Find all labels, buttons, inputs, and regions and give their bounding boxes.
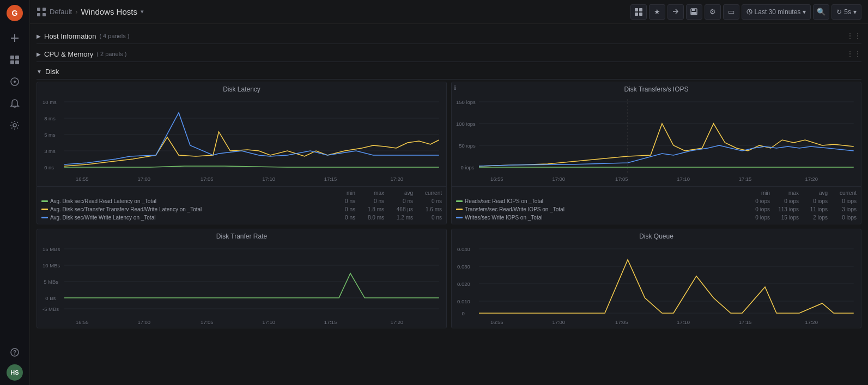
legend-row-read: Avg. Disk sec/Read Read Latency on _Tota…	[41, 197, 442, 205]
sidebar-item-add[interactable]	[5, 28, 25, 48]
svg-rect-7	[15, 60, 19, 64]
svg-text:17:00: 17:00	[552, 320, 565, 325]
section-cpu-memory[interactable]: ▶ CPU & Memory ( 2 panels ) ⋮⋮	[37, 46, 861, 62]
legend-min-transfer: 0 ns	[331, 206, 355, 212]
svg-rect-17	[635, 8, 638, 11]
breadcrumb: Default › Windows Hosts ▾	[37, 7, 626, 17]
svg-point-9	[14, 81, 16, 83]
sidebar-item-settings[interactable]	[5, 115, 25, 135]
sidebar-item-dashboard[interactable]	[5, 50, 25, 70]
svg-rect-19	[635, 13, 638, 16]
section-disk[interactable]: ▼ Disk	[37, 64, 861, 80]
svg-text:17:05: 17:05	[201, 176, 214, 182]
svg-text:17:15: 17:15	[739, 176, 752, 182]
disk-transfers-legend: min max avg current Reads/sec Read IOPS …	[452, 186, 861, 224]
dropdown-chevron-icon[interactable]: ▾	[141, 8, 144, 15]
legend-avg-read: 0 ns	[389, 198, 413, 204]
svg-text:G: G	[12, 9, 18, 17]
panel-disk-queue: Disk Queue 0.040 0.030 0.020 0.010	[451, 229, 861, 328]
svg-text:0 ns: 0 ns	[44, 165, 54, 170]
iops-avg-reads: 0 iops	[803, 198, 828, 204]
svg-text:0: 0	[462, 311, 465, 316]
iops-min-reads: 0 iops	[745, 198, 770, 204]
sidebar-item-help[interactable]: ?	[5, 343, 25, 362]
panel-disk-transfers-title: Disk Transfers/s IOPS	[452, 82, 861, 94]
disk-latency-chart: 10 ms 8 ms 5 ms 3 ms 0 ns 16:55 17:00 17…	[37, 94, 446, 186]
share-button[interactable]	[667, 4, 684, 20]
disk-transfer-rate-svg: 15 MBs 10 MBs 5 MBs 0 Bs -5 MBs 16:55 17…	[41, 243, 442, 328]
iops-cur-trans: 3 iops	[832, 206, 857, 212]
legend-color-transfers-iops	[456, 209, 463, 210]
section-host-info-sub: ( 4 panels )	[99, 33, 129, 39]
svg-text:17:15: 17:15	[324, 176, 337, 182]
user-avatar[interactable]: HS	[7, 364, 23, 381]
tv-button[interactable]: ▭	[723, 4, 739, 20]
legend-label-write: Avg. Disk sec/Write Write Latency on _To…	[50, 215, 329, 221]
legend-max-transfer: 1.8 ms	[360, 206, 384, 212]
legend-stats-writes-iops: 0 iops 15 iops 2 iops 0 iops	[745, 215, 857, 221]
legend-stats-reads-iops: 0 iops 0 iops 0 iops 0 iops	[745, 198, 857, 204]
breadcrumb-default[interactable]: Default	[50, 8, 72, 16]
disk-transfers-svg: 150 iops 100 iops 50 iops 0 iops 16:55 1…	[456, 96, 857, 186]
main-content: Default › Windows Hosts ▾ ★	[30, 0, 868, 385]
svg-text:16:55: 16:55	[76, 320, 89, 325]
svg-point-10	[13, 124, 16, 127]
disk-transfer-rate-chart: 15 MBs 10 MBs 5 MBs 0 Bs -5 MBs 16:55 17…	[37, 241, 446, 328]
section-disk-title: Disk	[45, 68, 59, 76]
svg-text:17:20: 17:20	[805, 176, 818, 182]
svg-text:5 MBs: 5 MBs	[44, 279, 58, 285]
svg-rect-13	[37, 8, 40, 11]
save-button[interactable]	[686, 4, 702, 20]
section-cpu-tools[interactable]: ⋮⋮	[846, 50, 861, 58]
legend-max-write: 8.0 ms	[360, 215, 384, 221]
disk-latency-legend: min max avg current Avg. Disk sec/Read R…	[37, 186, 446, 224]
disk-queue-chart: 0.040 0.030 0.020 0.010 0 16:55 17:00 17…	[452, 241, 861, 328]
legend-color-transfer	[41, 209, 48, 210]
svg-text:17:20: 17:20	[805, 320, 818, 325]
svg-text:-5 MBs: -5 MBs	[43, 307, 59, 312]
svg-text:17:05: 17:05	[615, 176, 628, 182]
svg-rect-16	[43, 13, 46, 16]
legend-hdr-max: max	[774, 190, 799, 196]
section-host-info[interactable]: ▶ Host Information ( 4 panels ) ⋮⋮	[37, 28, 861, 44]
refresh-icon: ↻	[836, 8, 842, 16]
breadcrumb-separator: ›	[75, 8, 77, 16]
refresh-button[interactable]: ↻ 5s ▾	[831, 4, 861, 20]
disk-transfers-chart: 150 iops 100 iops 50 iops 0 iops 16:55 1…	[452, 94, 861, 186]
legend-hdr-min: min	[745, 190, 770, 196]
legend-header-current: current	[417, 190, 442, 196]
svg-text:17:00: 17:00	[137, 320, 150, 325]
layout-button[interactable]	[630, 4, 647, 20]
legend-header-min: min	[331, 190, 355, 196]
svg-rect-18	[639, 8, 642, 11]
section-host-info-title: Host Information	[44, 32, 96, 40]
legend-avg-write: 1.2 ms	[389, 215, 413, 221]
search-button[interactable]: 🔍	[813, 4, 829, 20]
svg-text:17:15: 17:15	[739, 320, 752, 325]
app-logo[interactable]: G	[6, 4, 23, 22]
legend-label-transfer: Avg. Disk sec/Transfer Transferv Read/Wr…	[50, 206, 329, 212]
legend-cur-read: 0 ns	[417, 198, 442, 204]
svg-text:10 ms: 10 ms	[43, 100, 57, 105]
iops-cur-writes: 0 iops	[832, 215, 857, 221]
topbar: Default › Windows Hosts ▾ ★	[30, 0, 868, 24]
collapse-icon-disk: ▼	[37, 69, 42, 75]
settings-button[interactable]: ⚙	[705, 4, 721, 20]
svg-rect-20	[639, 13, 642, 16]
legend-color-read	[41, 200, 48, 202]
iops-max-trans: 113 iops	[774, 206, 799, 212]
sidebar-item-explore[interactable]	[5, 72, 25, 91]
svg-text:100 iops: 100 iops	[456, 121, 476, 127]
time-range-picker[interactable]: Last 30 minutes ▾	[742, 4, 811, 20]
iops-min-writes: 0 iops	[745, 215, 770, 221]
time-range-label: Last 30 minutes	[755, 8, 801, 16]
section-host-info-tools[interactable]: ⋮⋮	[846, 32, 861, 40]
star-button[interactable]: ★	[649, 4, 665, 20]
svg-text:16:55: 16:55	[490, 320, 503, 325]
svg-text:16:55: 16:55	[76, 176, 89, 182]
breadcrumb-current: Windows Hosts	[81, 7, 137, 16]
svg-text:3 ms: 3 ms	[44, 149, 56, 154]
sidebar-item-alerting[interactable]	[5, 94, 25, 113]
panel-disk-transfer-rate-title: Disk Tranfer Rate	[37, 229, 446, 241]
svg-text:17:15: 17:15	[324, 320, 337, 325]
